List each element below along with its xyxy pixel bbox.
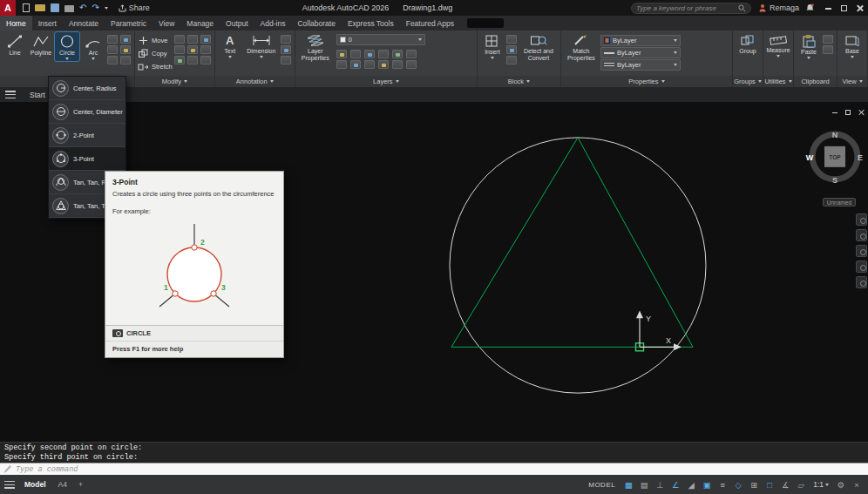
erase-tool-icon[interactable]: [174, 56, 185, 64]
ellipse-tool-icon[interactable]: [107, 45, 118, 54]
insert-flyout-icon[interactable]: [491, 57, 494, 59]
print-icon[interactable]: [64, 5, 74, 12]
layer-properties-button[interactable]: Layer Properties: [298, 32, 333, 63]
new-layout-button[interactable]: +: [76, 480, 85, 489]
layer-thaw-icon[interactable]: [350, 60, 361, 69]
close-button[interactable]: [856, 4, 864, 12]
layer-prev-icon[interactable]: [406, 50, 417, 58]
tab-express-tools[interactable]: Express Tools: [342, 16, 400, 30]
rectangle-tool-icon[interactable]: [107, 35, 118, 44]
paste-button[interactable]: Paste: [797, 32, 821, 60]
create-block-tool-icon[interactable]: [506, 35, 517, 44]
polyline-button[interactable]: Polyline: [29, 32, 53, 58]
tab-output[interactable]: Output: [220, 16, 254, 30]
measure-flyout-icon[interactable]: [776, 55, 780, 58]
tab-view[interactable]: View: [153, 16, 180, 30]
offset-tool-icon[interactable]: [200, 56, 211, 64]
user-account-button[interactable]: Remaga: [758, 3, 799, 12]
panel-utilities-label[interactable]: Utilities: [763, 76, 793, 87]
menu-item-center-radius[interactable]: Center, Radius: [49, 77, 125, 100]
mirror-tool-icon[interactable]: [187, 35, 198, 44]
snap-mode-icon[interactable]: ▤: [637, 477, 651, 491]
pan-icon[interactable]: [856, 229, 867, 241]
text-button[interactable]: A Text: [218, 32, 242, 59]
annotation-scale[interactable]: 1:1: [810, 480, 832, 489]
layer-match-icon[interactable]: [392, 50, 403, 58]
viewcube[interactable]: TOP N S W E: [806, 131, 863, 185]
menu-item-2-point[interactable]: 2-Point: [49, 124, 125, 147]
tab-parametric[interactable]: Parametric: [105, 16, 153, 30]
rotate-tool-icon[interactable]: [174, 35, 185, 44]
status-menu-icon[interactable]: [4, 481, 15, 489]
linetype-select[interactable]: ByLayer: [600, 47, 681, 58]
menu-item-3-point[interactable]: 3-Point: [49, 147, 125, 171]
ucs-icon[interactable]: Y X: [636, 310, 682, 350]
object-snap-icon[interactable]: ▣: [700, 477, 714, 491]
ortho-icon[interactable]: ⊥: [653, 477, 667, 491]
hatch-tool-icon[interactable]: [120, 35, 131, 44]
move-button[interactable]: Move: [138, 34, 173, 46]
viewcube-east[interactable]: E: [858, 153, 863, 162]
dimension-button[interactable]: Dimension: [244, 32, 279, 59]
app-menu-button[interactable]: A: [0, 0, 16, 16]
copy-button[interactable]: Copy: [138, 47, 173, 59]
scale-tool-icon[interactable]: [174, 45, 185, 54]
measure-button[interactable]: Measure: [766, 32, 790, 58]
command-history[interactable]: Specify second point on circle: Specify …: [0, 442, 868, 463]
minimize-button[interactable]: [824, 4, 832, 12]
gradient-tool-icon[interactable]: [120, 45, 131, 54]
panel-modify-label[interactable]: Modify: [135, 76, 214, 87]
polar-tracking-icon[interactable]: ∠: [668, 477, 682, 491]
isodraft-icon[interactable]: ◢: [684, 477, 698, 491]
panel-layers-label[interactable]: Layers: [295, 76, 477, 87]
workspace-icon[interactable]: ▱: [794, 477, 808, 491]
layer-isolate-icon[interactable]: [350, 50, 361, 58]
object-color-select[interactable]: ByLayer: [600, 35, 681, 46]
layout-tab-a4[interactable]: A4: [56, 480, 70, 489]
search-box[interactable]: [631, 3, 751, 14]
fillet-tool-icon[interactable]: [187, 45, 198, 54]
open-file-icon[interactable]: [35, 4, 45, 11]
layer-lock-icon[interactable]: [378, 50, 389, 58]
tab-featured-apps[interactable]: Featured Apps: [400, 16, 460, 30]
undo-icon[interactable]: ↶: [79, 3, 86, 12]
explode-tool-icon[interactable]: [187, 56, 198, 64]
text-flyout-icon[interactable]: [228, 56, 232, 58]
panel-view-label[interactable]: View: [837, 76, 867, 87]
panel-annotation-label[interactable]: Annotation: [215, 76, 295, 87]
layer-select[interactable]: 0: [336, 34, 425, 45]
layer-freeze-icon[interactable]: [364, 50, 375, 58]
match-properties-button[interactable]: Match Properties: [564, 32, 599, 63]
layer-walk-icon[interactable]: [392, 60, 403, 69]
maximize-button[interactable]: [840, 4, 848, 12]
showmotion-icon[interactable]: [856, 276, 867, 288]
drawn-triangle[interactable]: [451, 138, 693, 347]
tab-collaborate[interactable]: Collaborate: [291, 16, 341, 30]
dimension-flyout-icon[interactable]: [260, 56, 263, 58]
copy-clip-tool-icon[interactable]: [823, 45, 833, 54]
tab-addins[interactable]: Add-ins: [254, 16, 292, 30]
layer-current-icon[interactable]: [378, 60, 389, 69]
panel-block-label[interactable]: Block: [478, 76, 560, 87]
spline-tool-icon[interactable]: [107, 56, 118, 64]
lineweight-icon[interactable]: ≡: [715, 477, 729, 491]
save-icon[interactable]: [51, 3, 59, 12]
share-button[interactable]: Share: [119, 3, 150, 12]
circle-flyout-icon[interactable]: [65, 58, 69, 60]
base-flyout-icon[interactable]: [851, 56, 854, 58]
detect-convert-button[interactable]: Detect and Convert: [519, 32, 558, 63]
table-tool-icon[interactable]: [281, 45, 291, 54]
line-button[interactable]: Line: [3, 32, 27, 58]
qat-customize-icon[interactable]: [105, 7, 108, 10]
stretch-button[interactable]: Stretch: [138, 60, 173, 72]
selection-cycling-icon[interactable]: ⊞: [747, 477, 761, 491]
insert-button[interactable]: Insert: [480, 32, 505, 60]
tab-manage[interactable]: Manage: [180, 16, 220, 30]
lineweight-select[interactable]: ByLayer: [600, 59, 681, 71]
layer-state-icon[interactable]: [406, 60, 417, 69]
layer-unlock-icon[interactable]: [364, 60, 375, 69]
dynamic-input-icon[interactable]: □: [763, 477, 776, 491]
orbit-icon[interactable]: [856, 261, 867, 273]
viewport-restore-icon[interactable]: [844, 109, 851, 116]
notifications-bell-icon[interactable]: [806, 3, 814, 12]
